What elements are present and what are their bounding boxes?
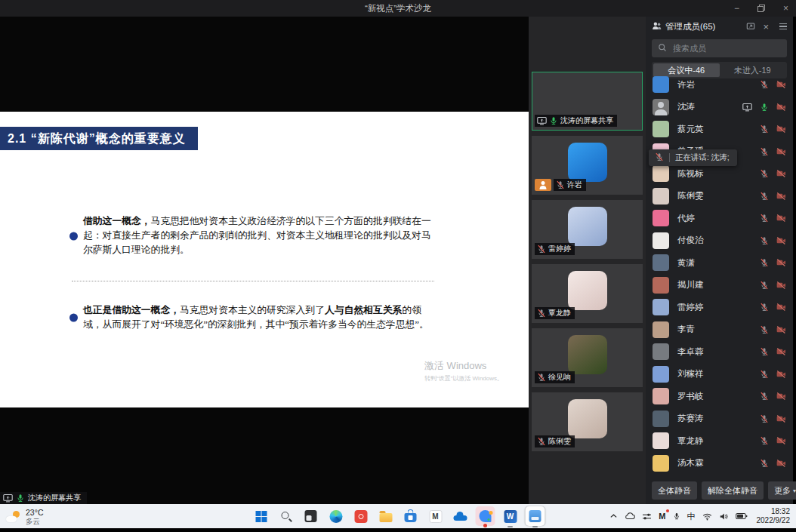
member-row[interactable]: 罗书岐 xyxy=(653,388,786,404)
screen-share-icon[interactable] xyxy=(742,103,752,112)
mic-muted-icon[interactable] xyxy=(760,169,769,178)
video-thumbnail[interactable]: 许岩 xyxy=(532,136,643,195)
mic-on-icon[interactable] xyxy=(760,103,769,112)
member-row[interactable]: 付俊治 xyxy=(653,232,786,249)
camera-off-icon[interactable] xyxy=(776,169,786,178)
more-button[interactable]: 更多 ▾ xyxy=(768,481,796,500)
menu-icon[interactable] xyxy=(779,23,787,30)
clock[interactable]: 18:32 2022/9/22 xyxy=(757,507,791,526)
word-taskbar-icon[interactable] xyxy=(501,506,520,526)
ime-indicator[interactable]: 中 xyxy=(687,511,696,522)
members-panel: 管理成员(65) × 会议中-46 未进入-19 正在讲话: 沈涛 xyxy=(646,17,793,504)
video-thumbnail[interactable]: 徐见响 xyxy=(532,328,643,387)
onedrive-tray-icon[interactable] xyxy=(625,512,635,520)
member-row[interactable]: 代婷 xyxy=(653,210,786,226)
mic-muted-icon[interactable] xyxy=(760,147,769,156)
settings-sliders-icon[interactable] xyxy=(642,512,652,521)
m-app-tray-icon[interactable]: M xyxy=(659,512,665,521)
appgallery-taskbar-icon[interactable] xyxy=(351,506,371,526)
mic-muted-icon[interactable] xyxy=(760,80,769,89)
start-taskbar-icon[interactable] xyxy=(251,506,271,526)
camera-off-icon[interactable] xyxy=(776,281,786,290)
mic-muted-icon[interactable] xyxy=(760,436,769,445)
camera-off-icon[interactable] xyxy=(776,125,786,134)
store-taskbar-icon[interactable] xyxy=(401,506,421,526)
search-input[interactable] xyxy=(671,43,781,54)
member-row[interactable]: 刘稼祥 xyxy=(653,366,786,383)
member-row[interactable]: 黄潇 xyxy=(653,254,786,271)
member-row[interactable]: 沈涛 xyxy=(653,99,786,115)
meeting-taskbar-icon[interactable] xyxy=(476,506,495,526)
member-row[interactable]: 蔡元英 xyxy=(653,121,786,137)
camera-off-icon[interactable] xyxy=(776,147,786,156)
camera-off-icon[interactable] xyxy=(776,414,786,423)
screenshot-taskbar-icon[interactable] xyxy=(526,506,545,526)
taskview-taskbar-icon[interactable] xyxy=(301,506,321,526)
member-row[interactable]: 李青 xyxy=(653,321,786,338)
minimize-icon[interactable]: − xyxy=(734,0,739,17)
unmute-all-button[interactable]: 解除全体静音 xyxy=(702,481,764,500)
mic-muted-icon[interactable] xyxy=(760,236,769,245)
members-panel-header: 管理成员(65) × xyxy=(646,17,793,36)
mic-muted-icon[interactable] xyxy=(760,325,769,334)
camera-off-icon[interactable] xyxy=(776,370,786,379)
camera-off-icon[interactable] xyxy=(776,103,786,112)
mic-muted-icon[interactable] xyxy=(760,281,769,290)
search-taskbar-icon[interactable] xyxy=(276,506,296,526)
member-row[interactable]: 李卓蓉 xyxy=(653,343,786,360)
camera-off-icon[interactable] xyxy=(776,214,786,223)
camera-off-icon[interactable] xyxy=(776,436,786,445)
microphone-tray-icon[interactable] xyxy=(673,512,680,521)
tray-chevron-up-icon[interactable] xyxy=(609,513,618,519)
tab-in-meeting[interactable]: 会议中-46 xyxy=(653,63,720,77)
member-row[interactable]: 许岩 xyxy=(653,76,786,93)
onedrive-taskbar-icon[interactable] xyxy=(451,506,471,526)
tab-not-joined[interactable]: 未进入-19 xyxy=(720,63,786,77)
mic-muted-icon[interactable] xyxy=(760,347,769,356)
camera-off-icon[interactable] xyxy=(776,347,786,356)
member-name: 蔡元英 xyxy=(677,124,704,135)
restore-icon[interactable] xyxy=(757,5,765,12)
battery-icon[interactable] xyxy=(736,512,748,520)
member-row[interactable]: 覃龙静 xyxy=(653,432,786,449)
camera-off-icon[interactable] xyxy=(776,236,786,245)
mic-muted-icon[interactable] xyxy=(760,192,769,201)
mindmanager-taskbar-icon[interactable] xyxy=(426,506,446,526)
mic-muted-icon[interactable] xyxy=(760,459,769,468)
wifi-icon[interactable] xyxy=(702,512,712,521)
speaker-icon[interactable] xyxy=(719,512,729,521)
mute-all-button[interactable]: 全体静音 xyxy=(652,481,697,500)
mic-muted-icon[interactable] xyxy=(760,303,769,312)
camera-off-icon[interactable] xyxy=(776,459,786,468)
video-thumbnail[interactable]: 陈俐雯 xyxy=(532,392,643,451)
video-thumbnail[interactable]: 覃龙静 xyxy=(532,264,643,323)
mic-muted-icon[interactable] xyxy=(760,214,769,223)
explorer-taskbar-icon[interactable] xyxy=(376,506,396,526)
panel-close-icon[interactable]: × xyxy=(763,22,769,32)
mic-muted-icon[interactable] xyxy=(760,370,769,379)
mic-muted-icon[interactable] xyxy=(760,414,769,423)
member-row[interactable]: 雷婷婷 xyxy=(653,299,786,315)
mic-muted-icon[interactable] xyxy=(760,258,769,267)
notification-dot xyxy=(666,509,669,512)
mic-muted-icon[interactable] xyxy=(760,125,769,134)
mic-muted-icon[interactable] xyxy=(760,392,769,401)
camera-off-icon[interactable] xyxy=(776,258,786,267)
member-row[interactable]: 汤木霖 xyxy=(653,455,786,472)
member-row[interactable]: 陈视标 xyxy=(653,165,786,182)
edge-taskbar-icon[interactable] xyxy=(326,506,346,526)
member-row[interactable]: 揭川建 xyxy=(653,277,786,294)
camera-off-icon[interactable] xyxy=(776,303,786,312)
video-thumbnail[interactable]: 沈涛的屏幕共享 xyxy=(532,72,643,131)
video-thumbnail[interactable]: 雷婷婷 xyxy=(532,200,643,259)
popout-icon[interactable] xyxy=(746,20,755,33)
camera-off-icon[interactable] xyxy=(776,325,786,334)
weather-widget[interactable]: 23°C 多云 xyxy=(6,504,43,528)
member-search-box[interactable] xyxy=(652,39,787,57)
member-row[interactable]: 陈俐雯 xyxy=(653,188,786,204)
camera-off-icon[interactable] xyxy=(776,80,786,89)
close-icon[interactable]: × xyxy=(783,0,788,17)
member-row[interactable]: 苏赛涛 xyxy=(653,411,786,427)
camera-off-icon[interactable] xyxy=(776,192,786,201)
camera-off-icon[interactable] xyxy=(776,392,786,401)
